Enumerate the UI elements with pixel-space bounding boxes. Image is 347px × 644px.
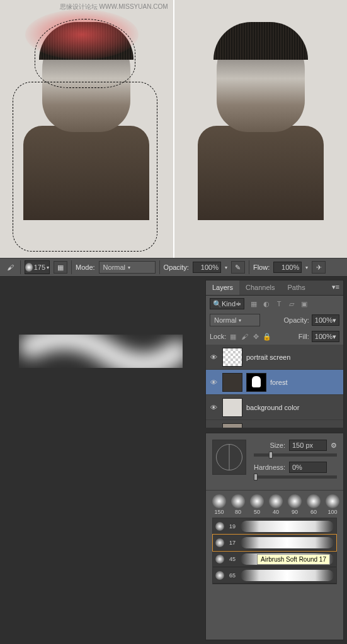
blend-mode-dropdown[interactable]: Normal bbox=[99, 261, 156, 274]
brush-orientation-widget[interactable] bbox=[212, 440, 246, 475]
hardness-slider[interactable] bbox=[254, 475, 337, 479]
brush-preset[interactable]: 60 bbox=[307, 494, 321, 515]
canvas-right[interactable] bbox=[174, 0, 348, 258]
brush-panel-toggle-icon[interactable]: ▦ bbox=[54, 261, 67, 274]
panel-menu-icon[interactable]: ▾≡ bbox=[328, 280, 343, 295]
pressure-opacity-icon[interactable]: ✎ bbox=[231, 261, 245, 274]
lock-all-icon[interactable]: 🔒 bbox=[263, 332, 271, 341]
layer-name: background color bbox=[246, 404, 299, 411]
tab-layers[interactable]: Layers bbox=[206, 280, 239, 295]
visibility-icon[interactable]: 👁 bbox=[208, 379, 219, 386]
lock-label: Lock: bbox=[210, 333, 226, 340]
filter-kind-dropdown[interactable]: 🔍Kind ≑ bbox=[210, 298, 244, 309]
brush-preset[interactable]: 150 bbox=[212, 494, 226, 515]
layer-blend-dropdown[interactable]: Normal bbox=[210, 314, 260, 326]
filter-pixel-icon[interactable]: ▦ bbox=[249, 299, 258, 308]
marquee-selection-body bbox=[13, 82, 157, 252]
brush-preset[interactable]: 40 bbox=[269, 494, 283, 515]
brush-tooltip: Airbrush Soft Round 17 bbox=[257, 554, 330, 565]
hardness-field[interactable]: 0% bbox=[289, 462, 327, 473]
brush-preset[interactable]: 90 bbox=[288, 494, 302, 515]
brush-stroke-preview bbox=[19, 314, 183, 390]
flow-label: Flow: bbox=[253, 264, 270, 271]
layer-opacity-field[interactable]: 100% ▾ bbox=[312, 314, 339, 326]
hardness-label: Hardness: bbox=[254, 464, 285, 471]
brush-strokes-list: 19 17 45 65 Airbrush Soft Round 17 bbox=[212, 518, 337, 584]
visibility-icon[interactable]: 👁 bbox=[208, 404, 219, 411]
brush-preset-row: 1508050409060100 bbox=[212, 494, 337, 515]
layer-row[interactable]: 👁 portrait screen bbox=[206, 345, 343, 370]
layer-thumb[interactable] bbox=[222, 348, 242, 367]
layer-thumb[interactable] bbox=[222, 373, 242, 392]
opacity-label: Opacity: bbox=[164, 264, 189, 271]
brush-stroke-item[interactable]: 17 bbox=[213, 535, 336, 551]
brush-preset-picker[interactable]: 175 ▾ bbox=[25, 260, 50, 274]
fill-field[interactable]: 100% ▾ bbox=[312, 331, 339, 342]
layer-name: portrait screen bbox=[246, 353, 290, 361]
size-slider[interactable] bbox=[254, 453, 337, 457]
layer-row[interactable]: 👁 background color bbox=[206, 395, 343, 420]
fill-label: Fill: bbox=[299, 333, 309, 340]
lock-transparency-icon[interactable]: ▦ bbox=[229, 332, 237, 341]
opacity-field[interactable]: 100% bbox=[193, 262, 221, 273]
filter-shape-icon[interactable]: ▱ bbox=[287, 299, 296, 308]
canvas-left[interactable]: 思缘设计论坛 WWW.MISSYUAN.COM bbox=[0, 0, 174, 258]
brush-preset[interactable]: 50 bbox=[250, 494, 264, 515]
layer-mask-thumb[interactable] bbox=[246, 373, 266, 392]
lock-position-icon[interactable]: ✥ bbox=[251, 332, 260, 341]
mode-label: Mode: bbox=[76, 264, 95, 271]
layer-name: forest bbox=[270, 379, 288, 386]
filter-adjustment-icon[interactable]: ◐ bbox=[262, 299, 271, 308]
watermark: 思缘设计论坛 WWW.MISSYUAN.COM bbox=[60, 3, 168, 11]
filter-smart-icon[interactable]: ▣ bbox=[300, 299, 309, 308]
canvas-preview-area: Layers Channels Paths ▾≡ 🔍Kind ≑ ▦ ◐ T ▱… bbox=[0, 277, 347, 428]
gear-icon[interactable]: ⚙ bbox=[331, 441, 337, 450]
brush-preset[interactable]: 100 bbox=[326, 494, 339, 515]
tab-paths[interactable]: Paths bbox=[282, 280, 312, 295]
tab-channels[interactable]: Channels bbox=[239, 280, 281, 295]
lock-pixels-icon[interactable]: 🖌 bbox=[240, 332, 249, 341]
brush-size-value: 175 bbox=[34, 264, 45, 271]
brush-settings-panel: Size: 150 px ⚙ Hardness: 0% 150805040906… bbox=[205, 433, 344, 640]
portrait-image-right bbox=[198, 25, 324, 239]
size-label: Size: bbox=[254, 441, 285, 449]
layer-thumb[interactable] bbox=[222, 398, 242, 417]
size-field[interactable]: 150 px bbox=[289, 440, 327, 451]
layer-opacity-label: Opacity: bbox=[284, 316, 309, 324]
filter-type-icon[interactable]: T bbox=[275, 299, 283, 308]
flow-field[interactable]: 100% bbox=[273, 262, 302, 273]
brush-tool-icon[interactable]: 🖌 bbox=[4, 261, 16, 274]
airbrush-icon[interactable]: ✈ bbox=[312, 261, 326, 274]
brush-stroke-item[interactable]: 19 bbox=[213, 518, 336, 535]
visibility-icon[interactable]: 👁 bbox=[208, 353, 219, 361]
brush-stroke-item[interactable]: 65 bbox=[213, 567, 336, 584]
brush-preset[interactable]: 80 bbox=[231, 494, 245, 515]
layer-row[interactable]: 👁 forest bbox=[206, 370, 343, 395]
options-bar: 🖌 175 ▾ ▦ Mode: Normal Opacity: 100% ▾ ✎… bbox=[0, 258, 347, 277]
marquee-selection-head bbox=[35, 19, 135, 88]
